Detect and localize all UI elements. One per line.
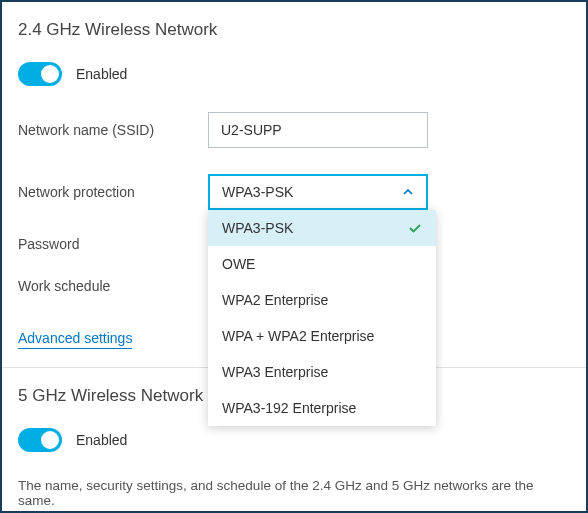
- protection-option-wpa3-192-enterprise[interactable]: WPA3-192 Enterprise: [208, 390, 436, 426]
- section-24ghz: 2.4 GHz Wireless Network Enabled Network…: [18, 20, 570, 367]
- toggle-knob: [41, 431, 59, 449]
- toggle-row-24ghz: Enabled: [18, 62, 570, 86]
- enable-5ghz-toggle[interactable]: [18, 428, 62, 452]
- protection-select-wrapper: WPA3-PSK WPA3-PSK OWE WPA2 Enterprise: [208, 174, 428, 210]
- option-label: OWE: [222, 256, 255, 272]
- section-title-24ghz: 2.4 GHz Wireless Network: [18, 20, 570, 40]
- protection-row: Network protection WPA3-PSK WPA3-PSK OWE: [18, 174, 570, 210]
- advanced-settings-link[interactable]: Advanced settings: [18, 330, 132, 349]
- chevron-up-icon: [402, 186, 414, 198]
- protection-dropdown: WPA3-PSK OWE WPA2 Enterprise WPA + WPA2 …: [208, 210, 436, 426]
- option-label: WPA2 Enterprise: [222, 292, 328, 308]
- protection-option-wpa3-enterprise[interactable]: WPA3 Enterprise: [208, 354, 436, 390]
- check-icon: [408, 221, 422, 235]
- protection-label: Network protection: [18, 184, 208, 200]
- enable-24ghz-toggle[interactable]: [18, 62, 62, 86]
- ssid-row: Network name (SSID): [18, 112, 570, 148]
- ssid-input[interactable]: [208, 112, 428, 148]
- same-settings-note: The name, security settings, and schedul…: [18, 478, 570, 508]
- protection-option-wpa-wpa2-enterprise[interactable]: WPA + WPA2 Enterprise: [208, 318, 436, 354]
- option-label: WPA + WPA2 Enterprise: [222, 328, 374, 344]
- enable-24ghz-label: Enabled: [76, 66, 127, 82]
- option-label: WPA3-PSK: [222, 220, 293, 236]
- option-label: WPA3 Enterprise: [222, 364, 328, 380]
- protection-option-owe[interactable]: OWE: [208, 246, 436, 282]
- protection-select[interactable]: WPA3-PSK: [208, 174, 428, 210]
- toggle-row-5ghz: Enabled: [18, 428, 570, 452]
- password-label: Password: [18, 236, 208, 252]
- toggle-knob: [41, 65, 59, 83]
- protection-option-wpa2-enterprise[interactable]: WPA2 Enterprise: [208, 282, 436, 318]
- protection-selected-value: WPA3-PSK: [222, 184, 293, 200]
- ssid-label: Network name (SSID): [18, 122, 208, 138]
- protection-option-wpa3-psk[interactable]: WPA3-PSK: [208, 210, 436, 246]
- schedule-label: Work schedule: [18, 278, 208, 294]
- option-label: WPA3-192 Enterprise: [222, 400, 356, 416]
- enable-5ghz-label: Enabled: [76, 432, 127, 448]
